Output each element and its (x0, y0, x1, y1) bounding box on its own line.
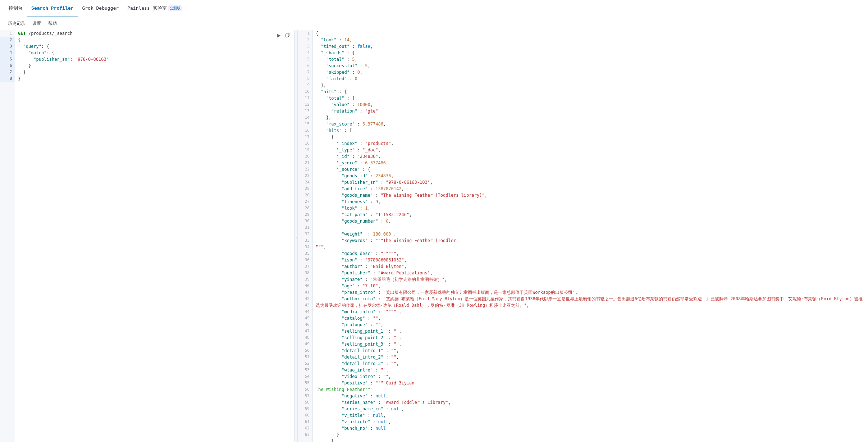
r-code-43: "media_intro" : """""", (316, 309, 865, 315)
resize-dots-icon: ⋮ (294, 234, 298, 238)
r-code-15: "max_score" : 6.377486, (316, 121, 865, 127)
r-line-num-41: 41 (298, 289, 312, 296)
r-code-40: "age" : "7-10", (316, 283, 865, 289)
r-line-num-48: 48 (298, 334, 312, 341)
r-code-49: "detail_intro_1" : "", (316, 347, 865, 354)
r-line-num-33: 33 (298, 237, 312, 244)
line-num-4: 4 (0, 50, 15, 56)
r-line-num-18: 18 (298, 140, 312, 147)
r-line-num-36: 36 (298, 257, 312, 263)
r-line-num-6: 6 (298, 63, 312, 69)
copy-button[interactable]: 🗍 (284, 32, 292, 39)
result-line-numbers: 1 2 3 4 5 6 7 8 9 10 11 12 13 14 15 16 1 (298, 30, 313, 442)
r-code-28: "look" : 1, (316, 205, 865, 211)
editor-toolbar: ▶ 🗍 (275, 32, 292, 39)
r-code-51: "detail_intro_3" : "", (316, 360, 865, 367)
code-line-3: "query": { (18, 43, 292, 50)
r-line-num-14: 14 (298, 114, 312, 121)
r-line-num-8: 8 (298, 76, 312, 82)
r-code-8: "failed" : 0 (316, 76, 865, 82)
nav-settings[interactable]: 设置 (29, 17, 45, 30)
r-line-num-43: 43 (298, 302, 312, 309)
r-code-24: "publisher_sn" : "978-0-86163-103", (316, 179, 865, 186)
r-code-35: "goods_desc" : """""", (316, 250, 865, 257)
r-line-num-55: 55 (298, 380, 312, 386)
r-code-48: "selling_point_3" : "", (316, 341, 865, 347)
resize-handle[interactable]: ⋮ (295, 30, 298, 442)
r-line-num-52: 52 (298, 360, 312, 367)
r-line-num-3: 3 (298, 43, 312, 50)
r-code-52: "wtao_intro" : "", (316, 367, 865, 373)
r-code-7: "skipped" : 0, (316, 69, 865, 76)
r-code-32: "weight" : 180.000 , (316, 231, 865, 237)
r-line-num-62: 62 (298, 425, 312, 432)
line-num-7: 7 (0, 69, 15, 76)
r-line-num-51: 51 (298, 354, 312, 360)
r-code-9: }, (316, 82, 865, 88)
r-code-21: "_score" : 6.377486, (316, 160, 865, 166)
code-content[interactable]: ▶ 🗍 GET /products/_search { "query": { (15, 30, 294, 442)
r-code-25: "add_time" : 1387870142, (316, 186, 865, 192)
r-code-5: "total" : 5, (316, 56, 865, 63)
r-code-55: The Wishing Feather""" (316, 386, 865, 393)
code-line-7: } (18, 69, 292, 76)
r-code-14: }, (316, 114, 865, 121)
r-code-26: "goods_name" : "The Wishing Feather (Tod… (316, 192, 865, 199)
nav-search-profiler-label: Search Profiler (31, 5, 73, 11)
nav-history-label: 历史记录 (8, 20, 25, 27)
r-line-num-28: 28 (298, 205, 312, 211)
r-line-num-1: 1 (298, 30, 312, 37)
nav-search-profiler[interactable]: Search Profiler (27, 0, 78, 17)
nav-help[interactable]: 帮助 (45, 17, 60, 30)
r-code-2: "took" : 14, (316, 37, 865, 43)
nav-grok-debugger[interactable]: Grok Debugger (78, 0, 123, 17)
r-code-42: "author_info" : "艾妮德·布莱顿（Enid Mary Blyto… (316, 296, 865, 309)
r-code-18: "_index" : "products", (316, 140, 865, 147)
r-code-54: "positive" : """"Guid 3iyian (316, 380, 865, 386)
r-code-23: "goods_id" : 234836, (316, 173, 865, 179)
second-navigation: 历史记录 设置 帮助 (0, 17, 868, 30)
result-lines: 1 2 3 4 5 6 7 8 9 10 11 12 13 14 15 16 1 (298, 30, 868, 442)
r-line-num-44: 44 (298, 309, 312, 315)
editor-area[interactable]: 1 2 3 4 5 6 7 8 ▶ 🗍 GET (0, 30, 294, 442)
editor-lines: 1 2 3 4 5 6 7 8 ▶ 🗍 GET (0, 30, 294, 442)
r-code-29: "cat_path" : "1|1583|2246", (316, 211, 865, 218)
r-line-num-4: 4 (298, 50, 312, 56)
r-code-33: "keywords" : """The Wishing Feather (Tod… (316, 237, 865, 244)
r-line-num-63: 63 (298, 432, 312, 438)
top-navigation: 控制台 Search Profiler Grok Debugger Painle… (0, 0, 868, 17)
nav-painless-lab[interactable]: Painless 实验室 公测版 (123, 0, 186, 17)
line-num-8: 8 (0, 76, 15, 82)
r-code-53: "video_intro" : "", (316, 373, 865, 380)
line-num-2: 2 (0, 37, 15, 43)
nav-console[interactable]: 控制台 (4, 0, 27, 17)
nav-history[interactable]: 历史记录 (4, 17, 29, 30)
beta-badge: 公测版 (168, 5, 182, 11)
r-code-63: }, (316, 438, 865, 442)
r-line-num-26: 26 (298, 192, 312, 199)
r-line-num-25: 25 (298, 186, 312, 192)
r-line-num-61: 61 (298, 419, 312, 425)
r-code-1: { (316, 30, 865, 37)
r-code-20: "_id" : "234836", (316, 153, 865, 160)
r-line-num-22: 22 (298, 166, 312, 173)
r-line-num-21: 21 (298, 160, 312, 166)
r-code-22: "_source" : { (316, 166, 865, 173)
r-code-59: "v_title" : null, (316, 412, 865, 419)
run-button[interactable]: ▶ (275, 32, 282, 39)
r-code-50: "detail_intro_2" : "", (316, 354, 865, 360)
r-line-num-34: 34 (298, 244, 312, 250)
code-line-4: "match": { (18, 50, 292, 56)
r-code-61: "bunch_no" : null (316, 425, 865, 432)
r-line-num-13: 13 (298, 108, 312, 114)
r-line-num-32: 32 (298, 231, 312, 237)
r-line-num-9: 9 (298, 82, 312, 88)
code-line-6: } (18, 63, 292, 69)
r-code-60: "v_article" : null, (316, 419, 865, 425)
r-code-57: "series_name" : "Award Toddler's Library… (316, 399, 865, 406)
nav-grok-debugger-label: Grok Debugger (82, 5, 119, 11)
result-area[interactable]: 1 2 3 4 5 6 7 8 9 10 11 12 13 14 15 16 1 (298, 30, 868, 442)
r-code-16: "hits" : [ (316, 127, 865, 134)
r-line-num-24: 24 (298, 179, 312, 186)
r-line-num-58: 58 (298, 399, 312, 406)
